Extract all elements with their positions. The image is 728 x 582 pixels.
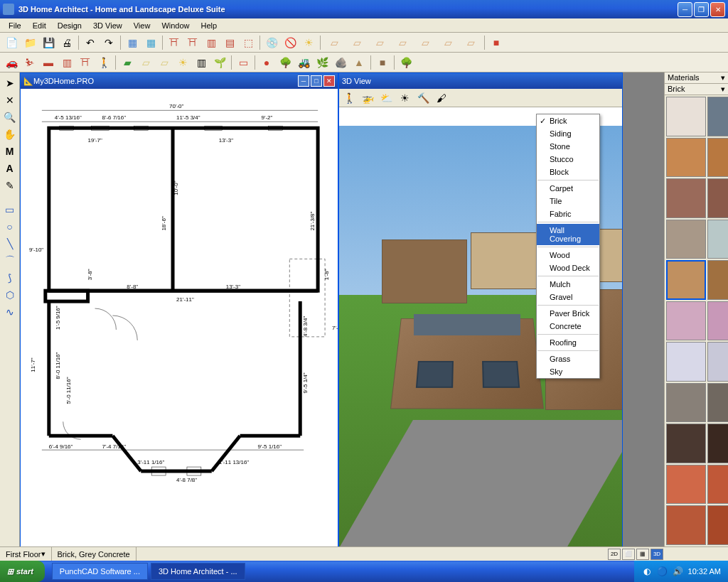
view-mode-wireframe[interactable]: ⬜ (622, 549, 635, 560)
roof-shape4-icon[interactable]: ▱ (392, 36, 413, 50)
line-tool-icon[interactable]: ╲ (2, 236, 18, 252)
material-swatch[interactable] (666, 220, 706, 259)
person-icon[interactable]: 🚶 (95, 54, 112, 71)
zoom-tool-icon[interactable]: 🔍 (2, 109, 18, 125)
menu-help[interactable]: Help (196, 20, 223, 31)
spline-tool-icon[interactable]: ∿ (2, 304, 18, 320)
material-swatch[interactable] (707, 220, 728, 259)
grid-blue-icon[interactable]: ▦ (124, 34, 141, 51)
menu-design[interactable]: Design (52, 20, 87, 31)
save-icon[interactable]: 💾 (40, 34, 57, 51)
measure-tool-icon[interactable]: M (2, 144, 18, 159)
system-tray[interactable]: ◐ 🔵 🔊 10:32 AM (634, 561, 728, 582)
taskbar-item[interactable]: 3D Home Architect - ... (151, 563, 245, 580)
car-icon[interactable]: 🚗 (3, 54, 20, 71)
ctx-item-siding[interactable]: Siding (537, 127, 599, 140)
new-file-icon[interactable]: 📄 (3, 34, 20, 51)
material-swatch[interactable] (707, 424, 728, 463)
menu-window[interactable]: Window (156, 20, 195, 31)
ctx-item-gravel[interactable]: Gravel (537, 291, 599, 303)
rock-icon[interactable]: 🪨 (332, 54, 349, 71)
roof-shape3-icon[interactable]: ▱ (369, 36, 390, 50)
material-swatch[interactable] (666, 178, 706, 218)
material-swatch[interactable] (666, 97, 706, 136)
structure-icon[interactable]: ⬚ (240, 34, 257, 51)
menu-edit[interactable]: Edit (27, 20, 52, 31)
pot-icon[interactable]: ▲ (350, 54, 368, 71)
terrain3-icon[interactable]: ▱ (156, 54, 173, 71)
material-swatch[interactable] (666, 465, 706, 505)
redo-icon[interactable]: ↷ (100, 34, 117, 51)
ctx-item-brick[interactable]: Brick (537, 114, 599, 127)
terrain-green-icon[interactable]: ▰ (119, 54, 136, 71)
red-border-icon[interactable]: ▭ (235, 54, 252, 71)
terrain2-icon[interactable]: ▱ (137, 54, 154, 71)
ctx-item-wall-covering[interactable]: Wall Covering (537, 224, 599, 245)
text-tool-icon[interactable]: A (2, 161, 18, 176)
material-swatch[interactable] (666, 342, 706, 382)
undo-icon[interactable]: ↶ (82, 34, 99, 51)
fence-icon[interactable]: ▥ (203, 34, 220, 51)
ctx-item-roofing[interactable]: Roofing (537, 336, 599, 349)
ctx-item-stone[interactable]: Stone (537, 140, 599, 153)
material-swatch[interactable] (666, 383, 706, 423)
floorplan-min-button[interactable]: ─ (298, 75, 309, 87)
ctx-item-sky[interactable]: Sky (537, 365, 599, 378)
view-mode-shaded[interactable]: ▦ (636, 549, 649, 560)
floorplan-max-button[interactable]: □ (311, 75, 322, 87)
view-mode-2d[interactable]: 2D (608, 549, 621, 560)
ctx-item-stucco[interactable]: Stucco (537, 153, 599, 166)
material-swatch[interactable] (666, 424, 706, 463)
brush-icon[interactable]: 🖌 (433, 90, 450, 107)
gate-icon[interactable]: ▤ (221, 34, 238, 51)
material-swatch[interactable] (707, 505, 728, 545)
close-button[interactable]: ✕ (710, 2, 725, 17)
roof-shape2-icon[interactable]: ▱ (346, 36, 368, 50)
vehicle-icon[interactable]: 🚜 (295, 54, 312, 71)
table-icon[interactable]: ▬ (40, 54, 57, 71)
taskbar-item[interactable]: PunchCAD Software ... (52, 563, 148, 580)
prohibit-icon[interactable]: 🚫 (282, 34, 299, 51)
menu-file[interactable]: File (3, 20, 27, 31)
ctx-item-paver-brick[interactable]: Paver Brick (537, 307, 599, 320)
weather-icon[interactable]: ⛅ (378, 90, 395, 107)
tray-icon[interactable]: 🔵 (657, 566, 668, 577)
bridge2-icon[interactable]: ⛩ (184, 34, 201, 51)
light-icon[interactable]: ☀ (396, 90, 413, 107)
floorplan-canvas[interactable]: 70'-0" 4'-5 13/16" 8'-6 7/16" 11'-5 3/4"… (21, 89, 338, 548)
bridge3-icon[interactable]: ⛩ (77, 54, 94, 71)
floorplan-close-button[interactable]: ✕ (323, 75, 335, 87)
ctx-item-grass[interactable]: Grass (537, 352, 599, 365)
ctx-item-concrete[interactable]: Concrete (537, 320, 599, 333)
disc-icon[interactable]: 💿 (263, 34, 280, 51)
roof-shape1-icon[interactable]: ▱ (323, 36, 345, 50)
menu-view[interactable]: View (128, 20, 156, 31)
grid-cyan-icon[interactable]: ▦ (142, 34, 159, 51)
floorplan-titlebar[interactable]: 📐 My3DHome.PRO ─ □ ✕ (21, 73, 338, 89)
brown-square-icon[interactable]: ■ (374, 54, 391, 71)
materials-category-select[interactable]: Brick▾ (665, 84, 728, 95)
ctx-item-carpet[interactable]: Carpet (537, 182, 599, 195)
walk-icon[interactable]: 🚶 (341, 90, 358, 107)
material-swatch[interactable] (707, 465, 728, 505)
tray-volume-icon[interactable]: 🔊 (673, 566, 684, 577)
3d-view-titlebar[interactable]: 3D View (339, 73, 622, 89)
sun-icon[interactable]: ☀ (300, 34, 317, 51)
view-mode-3d[interactable]: 3D (651, 549, 663, 560)
menu-3d-view[interactable]: 3D View (87, 20, 128, 31)
ctx-item-fabric[interactable]: Fabric (537, 208, 599, 220)
bridge-red-icon[interactable]: ⛩ (166, 34, 183, 51)
roof-shape7-icon[interactable]: ▱ (460, 36, 481, 50)
rect-tool-icon[interactable]: ▭ (2, 202, 18, 217)
pan-tool-icon[interactable]: ✋ (2, 126, 18, 142)
tray-clock[interactable]: 10:32 AM (688, 567, 721, 576)
circle-tool-icon[interactable]: ○ (2, 219, 18, 235)
material-swatch[interactable] (707, 301, 728, 341)
ctx-item-mulch[interactable]: Mulch (537, 278, 599, 291)
polygon-tool-icon[interactable]: ⬡ (2, 287, 18, 303)
ctx-item-block[interactable]: Block (537, 166, 599, 178)
status-floor[interactable]: First Floor ▾ (0, 547, 52, 561)
material-swatch[interactable] (707, 138, 728, 178)
shape-red-icon[interactable]: ● (258, 54, 275, 71)
red-square-icon[interactable]: ■ (488, 34, 505, 51)
